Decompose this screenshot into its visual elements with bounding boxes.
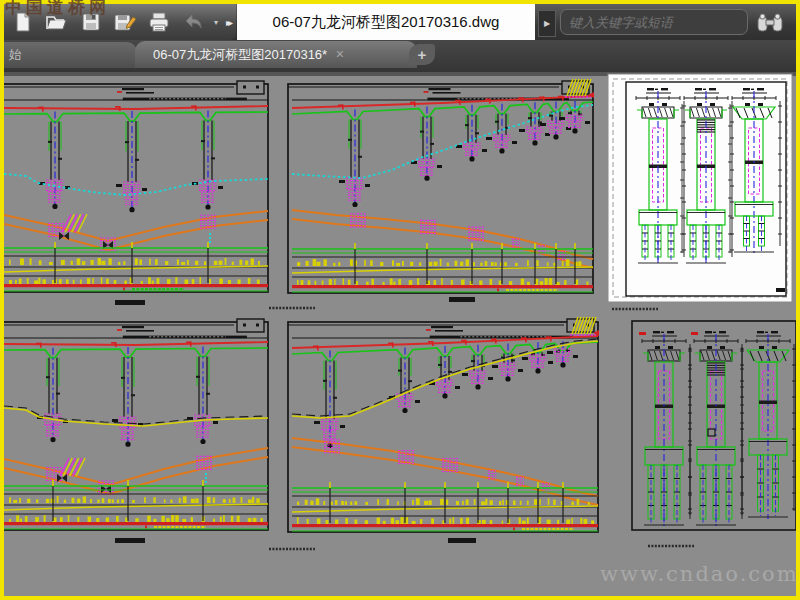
help-search-box[interactable]: [560, 9, 748, 35]
search-input[interactable]: [561, 10, 763, 34]
elevation-sheet-1: [4, 81, 268, 292]
elevation-sheet-2: [288, 79, 594, 293]
document-title: 06-07九龙河桥型图20170316.dwg: [237, 4, 535, 40]
pier-details-model: [632, 321, 796, 530]
tab-active-drawing[interactable]: 06-07九龙河桥型图20170316* ✕: [135, 41, 417, 68]
tab-start[interactable]: 始: [4, 42, 137, 68]
title-bar: ▾ ▸▸ 06-07九龙河桥型图20170316.dwg ▶: [4, 4, 796, 40]
save-as-icon[interactable]: [112, 9, 138, 35]
watermark-bottom-right: www.cndao.com: [600, 562, 799, 586]
pier-details-paper: [608, 74, 792, 302]
elevation-sheet-3: [4, 319, 268, 530]
new-tab-button[interactable]: +: [409, 44, 435, 65]
document-switch-button[interactable]: ▶: [538, 10, 556, 37]
toolbar-overflow-icon[interactable]: ▸▸: [226, 17, 230, 28]
application-window: ▾ ▸▸ 06-07九龙河桥型图20170316.dwg ▶ 始 06-07九龙…: [0, 0, 800, 600]
drawing-canvas[interactable]: [4, 72, 796, 596]
file-tab-bar: 始 06-07九龙河桥型图20170316* ✕ +: [4, 40, 796, 72]
cad-drawing: [4, 72, 796, 596]
binoculars-icon[interactable]: [756, 11, 784, 35]
watermark-top-left: 中国道桥网: [5, 0, 110, 19]
print-icon[interactable]: [146, 9, 172, 35]
undo-icon[interactable]: [180, 9, 206, 35]
elevation-sheet-4: [288, 317, 599, 532]
tab-close-icon[interactable]: ✕: [335, 48, 344, 61]
tab-active-label: 06-07九龙河桥型图20170316*: [153, 46, 327, 64]
undo-dropdown-caret[interactable]: ▾: [214, 18, 218, 27]
